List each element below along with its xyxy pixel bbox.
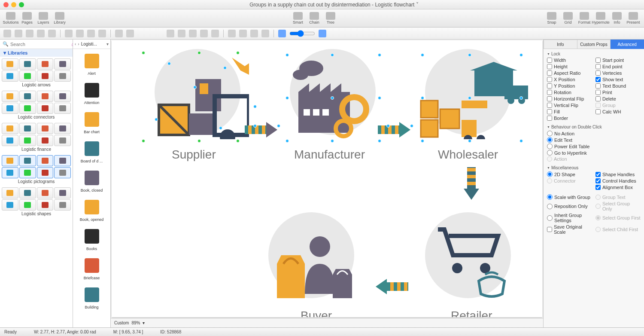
group-icon[interactable] [200,30,208,37]
handle-controlh[interactable]: Control Handles [595,178,641,184]
lib-cell[interactable] [19,135,36,146]
select-tool-icon[interactable] [15,30,22,37]
lock-xpos[interactable]: X Position [547,76,592,82]
radio[interactable] [547,171,553,177]
behaviour-hyperlink[interactable]: Go to Hyperlink [547,150,641,156]
zoom-mode[interactable]: Custom [114,321,129,325]
breadcrumb-label[interactable]: Logisti... [81,42,105,46]
checkbox[interactable] [595,83,601,89]
lib-cell[interactable] [2,58,18,70]
lib-cell[interactable] [37,58,54,70]
checkbox[interactable] [547,227,552,232]
distribute-icon[interactable] [189,30,197,37]
lock-showtext[interactable]: Show text [595,76,641,82]
selection-handle[interactable] [519,53,523,57]
lib-cell[interactable] [19,123,36,134]
retailer-label[interactable]: Retailer [451,309,492,317]
retailer-icon[interactable] [427,225,517,298]
shape-book-closed[interactable]: Book, closed [73,166,110,195]
handle-shapeh[interactable]: Shape Handles [595,171,641,177]
hand-tool-icon[interactable] [239,30,247,37]
curve-tool-icon[interactable] [87,30,95,37]
lib-cell[interactable] [54,155,71,166]
selection-handle[interactable] [331,139,334,143]
manufacturer-icon[interactable] [286,53,384,139]
lib-cell[interactable] [2,187,18,199]
tab-info[interactable]: Info [544,40,577,49]
scale-inherit[interactable]: Inherit Group Settings [547,212,592,223]
selection-handle[interactable] [197,139,201,143]
shape-briefcase[interactable]: Briefcase [73,254,110,283]
radio[interactable] [547,204,553,209]
snap-button[interactable]: Snap [544,10,560,27]
lib-cell[interactable] [19,103,36,114]
lib-cell[interactable] [54,103,71,114]
selection-handle[interactable] [421,139,424,143]
chain-button[interactable]: Chain [306,10,322,27]
crop-tool-icon[interactable] [115,30,123,37]
checkbox[interactable] [595,58,601,63]
arrow-retailer-buyer[interactable] [376,279,408,294]
pages-button[interactable]: Pages [19,10,35,27]
arc-tool-icon[interactable] [76,30,84,37]
buyer-icon[interactable] [268,225,363,302]
zoom-percent[interactable]: 89% [131,321,140,325]
shape-books[interactable]: Books [73,224,110,254]
smart-button[interactable]: Smart [290,10,306,27]
zoom-slider[interactable] [289,30,315,37]
shape-bar-chart[interactable]: Bar chart [73,107,110,137]
eyedropper-icon[interactable] [250,30,258,37]
selection-handle[interactable] [223,66,227,70]
lock-print[interactable]: Print [595,89,641,95]
zoom-icon[interactable] [19,2,24,7]
checkbox[interactable] [595,96,601,101]
present-button[interactable]: Present [625,10,641,27]
selection-handle[interactable] [253,124,257,128]
shape-2d[interactable]: 2D Shape [547,171,592,177]
library-button[interactable]: Library [52,10,68,27]
line-tool-icon[interactable] [65,30,73,37]
selection-handle[interactable] [331,53,334,57]
lock-vflip[interactable]: Vertical Flip [547,102,592,108]
checkbox[interactable] [547,116,552,121]
lib-cell[interactable] [2,103,18,114]
radio[interactable] [547,150,553,156]
checkbox[interactable] [547,96,552,101]
lock-height[interactable]: Height [547,64,592,70]
lock-ypos[interactable]: Y Position [547,83,592,89]
checkbox[interactable] [547,109,552,114]
tree-button[interactable]: Tree [322,10,339,27]
checkbox[interactable] [547,64,552,69]
selection-handle[interactable] [519,139,523,143]
lib-cell[interactable] [37,187,54,199]
scale-saveorig[interactable]: Save Original Scale [547,224,592,235]
close-icon[interactable] [3,2,9,7]
lib-cell[interactable] [19,70,36,82]
rect-tool-icon[interactable] [26,30,33,37]
radio[interactable] [547,131,553,136]
selection-handle[interactable] [468,53,471,57]
lib-cell[interactable] [2,199,18,211]
selection-handle[interactable] [193,86,197,89]
scale-reposition[interactable]: Reposition Only [547,201,592,212]
checkbox[interactable] [595,77,601,82]
text-tool-icon[interactable] [48,30,56,37]
wholesaler-label[interactable]: Wholesaler [438,148,498,162]
lib-cell[interactable] [2,155,18,166]
selection-handle[interactable] [421,96,424,100]
canvas[interactable]: Supplier Manufacturer [112,40,542,317]
behaviour-edittext[interactable]: Edit Text [547,137,641,143]
checkbox[interactable] [547,58,552,63]
zoom-dropdown-icon[interactable]: ▾ [143,321,145,325]
selection-handle[interactable] [331,96,334,100]
checkbox[interactable] [595,178,601,183]
lib-cell[interactable] [54,167,71,178]
lib-cell[interactable] [54,70,71,82]
lib-cell[interactable] [54,58,71,70]
pointer-tool-icon[interactable] [3,30,11,37]
checkbox[interactable] [547,90,552,95]
selection-handle[interactable] [378,139,381,143]
supplier-label[interactable]: Supplier [172,148,216,162]
selection-handle[interactable] [468,139,471,143]
search-input[interactable] [10,42,70,47]
